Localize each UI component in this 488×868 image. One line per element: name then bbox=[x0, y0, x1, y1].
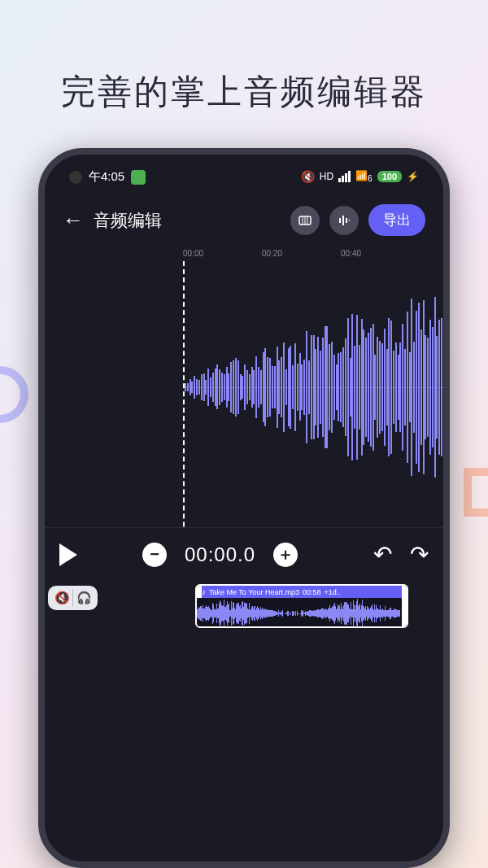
app-bar: ← 音频编辑 导出 bbox=[45, 191, 443, 246]
clip-trim-right[interactable] bbox=[402, 586, 407, 626]
waveform-display[interactable] bbox=[45, 261, 443, 528]
decorative-square bbox=[464, 468, 488, 517]
clip-filename: Take Me To Your Heart.mp3 bbox=[209, 588, 299, 596]
undo-button[interactable]: ↶ bbox=[373, 541, 392, 568]
music-note-icon: ♪ bbox=[202, 587, 206, 596]
clip-waveform bbox=[197, 598, 407, 628]
audio-clip[interactable]: ♪ Take Me To Your Heart.mp3 00:58 +1d.. bbox=[195, 584, 408, 628]
ruler-tick: 00:00 bbox=[183, 249, 203, 258]
waveform-canvas bbox=[185, 261, 443, 528]
redo-button[interactable]: ↷ bbox=[410, 541, 429, 568]
solo-headphone-icon[interactable]: 🎧 bbox=[75, 589, 93, 607]
ruler-tick: 00:40 bbox=[341, 249, 361, 258]
time-display: 00:00.0 bbox=[185, 543, 255, 566]
piano-roll-icon[interactable] bbox=[290, 206, 320, 235]
timeline-ruler[interactable]: 00:00 00:20 00:40 bbox=[45, 246, 443, 261]
mute-icon: 🔇 bbox=[301, 170, 315, 183]
svg-rect-5 bbox=[342, 216, 344, 225]
charging-icon: ⚡ bbox=[407, 171, 419, 182]
track-row: 🔇 🎧 ♪ Take Me To Your Heart.mp3 00:58 +1… bbox=[45, 581, 443, 628]
signal-icon bbox=[338, 171, 351, 182]
ruler-tick: 00:20 bbox=[262, 249, 282, 258]
status-time: 午4:05 bbox=[89, 169, 124, 185]
status-indicator-icon bbox=[131, 170, 146, 185]
status-bar: 午4:05 🔇 HD 📶6 100 ⚡ bbox=[45, 155, 443, 191]
wifi-icon: 📶6 bbox=[355, 170, 373, 183]
page-title: 音频编辑 bbox=[94, 209, 281, 232]
playhead-line[interactable] bbox=[183, 261, 185, 528]
transport-controls: − 00:00.0 ＋ ↶ ↷ bbox=[45, 528, 443, 581]
mute-track-icon[interactable]: 🔇 bbox=[53, 589, 71, 607]
phone-frame: 午4:05 🔇 HD 📶6 100 ⚡ ← 音频编辑 导出 00:00 00:2… bbox=[38, 148, 450, 868]
headline: 完善的掌上音频编辑器 bbox=[0, 0, 488, 115]
svg-rect-7 bbox=[349, 220, 350, 221]
svg-rect-4 bbox=[339, 218, 341, 223]
back-arrow-icon[interactable]: ← bbox=[63, 207, 84, 233]
svg-rect-6 bbox=[346, 218, 347, 223]
clip-duration: 00:58 bbox=[303, 588, 321, 596]
zoom-in-button[interactable]: ＋ bbox=[273, 543, 298, 567]
clip-header: ♪ Take Me To Your Heart.mp3 00:58 +1d.. bbox=[197, 586, 407, 598]
export-button[interactable]: 导出 bbox=[368, 204, 425, 236]
battery-badge: 100 bbox=[377, 171, 402, 182]
camera-hole bbox=[69, 171, 82, 184]
track-controls[interactable]: 🔇 🎧 bbox=[48, 586, 98, 610]
zoom-out-button[interactable]: − bbox=[142, 543, 167, 567]
equalizer-icon[interactable] bbox=[329, 206, 359, 235]
play-button[interactable] bbox=[59, 543, 77, 566]
decorative-circle bbox=[0, 366, 28, 423]
hd-label: HD bbox=[320, 171, 333, 182]
clip-gain: +1d.. bbox=[324, 588, 340, 596]
